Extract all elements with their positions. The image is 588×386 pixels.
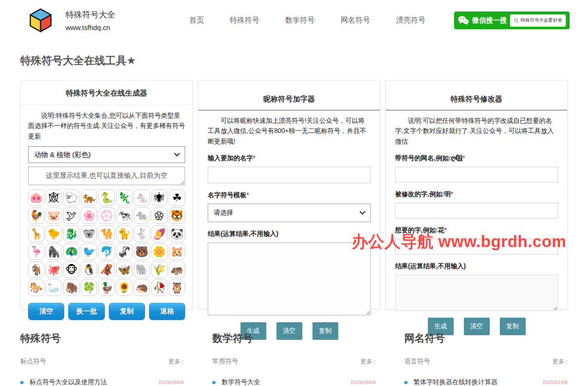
symbol-cell[interactable]: ☘ <box>169 189 185 206</box>
symbol-cell[interactable]: 🐘 <box>134 261 150 278</box>
symbol-cell[interactable]: 🐓 <box>28 207 44 224</box>
logo-area[interactable]: 特殊符号大全 www.tsfhdq.cn <box>29 7 115 33</box>
article-link[interactable]: 繁体字转换器在线转换计算器 <box>414 378 498 386</box>
symbol-cell[interactable]: 🐨 <box>81 225 97 242</box>
symbol-cell[interactable]: 🐻 <box>134 243 150 260</box>
article-date: 2019/09/04 <box>158 380 184 385</box>
article-list: 繁体字转换器在线转换计算器 2020/01/08 网名符号大全 2020/01/… <box>404 373 568 386</box>
symbol-cell[interactable]: 🐍 <box>98 189 114 206</box>
nav-link[interactable]: 首页 <box>189 16 204 25</box>
symbol-cell[interactable]: 🐽 <box>28 189 44 206</box>
symbol-cell[interactable]: 🐦 <box>81 243 97 260</box>
nickname-tool-description: 可以将昵称快速加上漂亮符号!关注公众号，可以将工具放入微信,公众号有800+独一… <box>208 115 371 146</box>
symbol-cell[interactable]: 🌻 <box>116 279 132 296</box>
cube-logo-icon <box>29 7 53 33</box>
symbol-cell[interactable]: 🦉 <box>169 279 185 296</box>
shuffle-button[interactable]: 换一批 <box>68 303 104 320</box>
old-char-input[interactable] <box>395 203 558 218</box>
name-input[interactable] <box>208 167 371 183</box>
backspace-button[interactable]: 退格 <box>149 303 185 320</box>
list-item: 数学符号大全 2019/09/04 <box>212 373 376 386</box>
nav-link[interactable]: 数学符号 <box>285 16 315 25</box>
article-link[interactable]: 数学符号大全 <box>222 378 260 386</box>
symbol-cell[interactable]: 🐼 <box>169 225 185 242</box>
section-title: 网名符号 <box>404 332 568 345</box>
wechat-button-label: 微信搜一搜 <box>472 16 507 25</box>
symbol-cell[interactable]: 🐇 <box>134 225 150 242</box>
more-link[interactable]: 更多 : <box>552 357 568 366</box>
generator-title: 特殊符号大全在线生成器 <box>21 81 192 105</box>
symbol-cell[interactable]: 🐎 <box>28 279 44 296</box>
article-list: 标点符号大全以及使用方法 2019/09/04 中英文标点符号大全 2019/0… <box>20 373 184 386</box>
nav-link[interactable]: 特殊符号 <box>230 16 259 25</box>
symbol-cell[interactable]: 🦎 <box>116 189 132 206</box>
modifier-result-textarea[interactable] <box>395 275 558 311</box>
list-item: 标点符号大全以及使用方法 2019/09/04 <box>20 373 184 386</box>
symbol-cell[interactable]: 🐪 <box>98 225 114 242</box>
symbol-cell[interactable]: 🦔 <box>134 279 150 296</box>
modifier-result-label: 结果(运算结果,不用输入) <box>395 262 558 271</box>
symbol-cell[interactable]: 🐬 <box>98 243 114 260</box>
section-title: 特殊符号 <box>20 332 184 345</box>
chevron-down-icon <box>360 209 366 215</box>
template-select-value: 请选择 <box>214 209 233 217</box>
new-char-label: 想要的字,例如:花* <box>395 226 558 235</box>
symbol-cell[interactable]: 🦛 <box>169 261 185 278</box>
new-char-input[interactable] <box>395 239 558 254</box>
symbol-cell[interactable]: 🐉 <box>63 225 79 242</box>
wechat-icon <box>458 16 469 25</box>
wechat-search-button[interactable]: 微信搜一搜 特殊符号大全爱好者 <box>454 12 570 29</box>
article-link[interactable]: 标点符号大全以及使用方法 <box>30 378 107 386</box>
symbol-cell[interactable]: 🐧 <box>81 261 97 278</box>
symbol-cell[interactable]: 🦧 <box>98 261 114 278</box>
more-link[interactable]: 更多 : <box>168 357 184 366</box>
symbol-cell[interactable]: 🐯 <box>169 207 185 224</box>
clear-button[interactable]: 清空 <box>28 303 64 320</box>
symbol-cell[interactable]: 🐹 <box>169 243 185 260</box>
copy-button[interactable]: 复制 <box>109 303 145 320</box>
bullet-dot-icon <box>212 381 216 384</box>
nav-link[interactable]: 漂亮符号 <box>396 16 426 25</box>
symbol-cell[interactable]: 🦣 <box>63 279 79 296</box>
symbol-modifier-panel: 特殊符号修改器 说明:可以把任何带特殊符号的字改成自已想要的名字,文字个数对应好… <box>385 80 568 309</box>
symbol-cell[interactable]: 🍀 <box>81 279 97 296</box>
symbol-cell[interactable]: 🐈 <box>116 225 132 242</box>
symbol-cell[interactable]: 🌼 <box>151 243 168 260</box>
nav-link[interactable]: 网名符号 <box>341 16 370 25</box>
symbol-cell[interactable]: 🐅 <box>81 189 97 206</box>
symbol-cell[interactable]: 🐤 <box>46 225 62 242</box>
symbol-cell[interactable]: 🕸 <box>46 189 62 206</box>
symbol-cell[interactable]: 🕊 <box>63 207 79 224</box>
symbol-cell[interactable]: 🦨 <box>116 243 132 260</box>
symbol-cell[interactable]: 🌸 <box>81 207 97 224</box>
symbol-cell[interactable]: 🐄 <box>116 207 132 224</box>
symbol-cell[interactable]: 🐁 <box>134 189 150 206</box>
symbol-cell[interactable]: 🦚 <box>63 243 79 260</box>
symbol-category-select[interactable]: 动物 & 植物 (彩色) <box>28 146 185 163</box>
symbol-cell[interactable]: 🦩 <box>28 243 44 260</box>
page-title: 特殊符号大全在线工具★ <box>20 54 588 68</box>
symbol-cell[interactable]: 🏵 <box>151 207 168 224</box>
symbol-cell[interactable]: 🦍 <box>46 243 62 260</box>
symbol-cell[interactable]: 🦆 <box>98 279 114 296</box>
symbol-cell[interactable]: 🐑 <box>63 189 79 206</box>
symbol-cell[interactable]: 🌾 <box>151 261 168 278</box>
symbol-cell[interactable]: 🐙 <box>46 261 62 278</box>
footer-section-nickname-symbols: 网名符号 语言符号 更多 : 繁体字转换器在线转换计算器 2020/01/08 … <box>404 323 568 386</box>
template-select[interactable]: 请选择 <box>208 204 371 222</box>
symbol-cell[interactable]: 🐐 <box>28 261 44 278</box>
symbol-cell[interactable]: 🐀 <box>134 207 150 224</box>
symbol-cell[interactable]: 🦢 <box>46 279 62 296</box>
nickname-result-textarea[interactable] <box>208 242 371 315</box>
symbol-cell[interactable]: 🍠 <box>151 225 168 242</box>
symbol-cell[interactable]: 🐷 <box>46 207 62 224</box>
more-link[interactable]: 更多 : <box>360 357 376 366</box>
symbol-cell[interactable]: 🐵 <box>63 261 79 278</box>
symbol-cell[interactable]: 🥀 <box>151 279 168 296</box>
symbol-cell[interactable]: 🦒 <box>28 225 44 242</box>
symbol-cell[interactable]: 💮 <box>98 207 114 224</box>
generator-result-textarea[interactable] <box>28 167 185 185</box>
decorated-name-input[interactable] <box>395 167 558 182</box>
symbol-cell[interactable]: 🦋 <box>116 261 132 278</box>
symbol-cell[interactable]: 🕷 <box>151 189 168 206</box>
